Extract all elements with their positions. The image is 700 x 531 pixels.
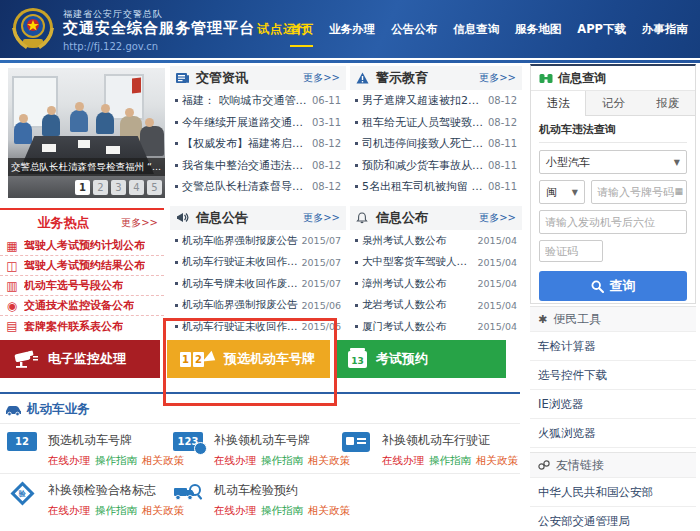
bullet <box>175 261 178 264</box>
online-handle-link[interactable]: 在线办理 <box>214 504 256 518</box>
related-policy-link[interactable]: 相关政策 <box>308 504 350 518</box>
online-handle-link[interactable]: 在线办理 <box>214 454 256 468</box>
nav-service-map[interactable]: 服务地图 <box>507 18 569 41</box>
tab-violation[interactable]: 违法 <box>531 91 586 116</box>
page: 福建省公安厅交警总队 交通安全综合服务管理平台试点运行 http://fj.12… <box>0 0 700 531</box>
tool-inspection-calculator[interactable]: 车检计算器 <box>530 332 696 361</box>
news-item[interactable]: 机动车临界强制报废公告2015/06 <box>170 295 346 317</box>
news-item[interactable]: 龙岩考试人数公布2015/04 <box>350 295 522 317</box>
service-title[interactable]: 补换领检验合格标志 <box>48 482 184 499</box>
service-inspection-mark: 验 补换领检验合格标志 在线办理 操作指南 相关政策 <box>4 482 184 518</box>
service-title[interactable]: 补换领机动车行驶证 <box>382 432 518 449</box>
news-item[interactable]: 男子遮牌又超速被扣24分 目...08-12 <box>350 90 522 112</box>
engine-number-input[interactable] <box>539 210 687 234</box>
news-item[interactable]: 泉州考试人数公布2015/04 <box>350 230 522 252</box>
operation-guide-link[interactable]: 操作指南 <box>95 454 137 468</box>
news-item[interactable]: 今年继续开展道路交通安全...03-11 <box>170 112 346 134</box>
link-ministry-public-security[interactable]: 中华人民共和国公安部 <box>530 478 696 507</box>
news-item[interactable]: 大中型客货车驾驶人满分公布2015/04 <box>350 252 522 274</box>
bullet <box>355 164 358 167</box>
online-handle-link[interactable]: 在线办理 <box>382 454 424 468</box>
electronic-monitoring-banner[interactable]: 电子监控处理 <box>0 340 160 378</box>
query-submit-button[interactable]: 查询 <box>539 271 687 301</box>
divider <box>0 423 520 424</box>
online-handle-link[interactable]: 在线办理 <box>48 454 90 468</box>
carousel-caption[interactable]: 交警总队长杜清森督导检查福州 “... <box>8 158 165 176</box>
tool-firefox-browser[interactable]: 火狐浏览器 <box>530 419 696 448</box>
related-policy-link[interactable]: 相关政策 <box>476 454 518 468</box>
query-panel-title: 信息查询 <box>558 70 606 87</box>
info-announcement-more-link[interactable]: 更多>> <box>303 211 340 225</box>
tab-points[interactable]: 记分 <box>586 91 640 115</box>
news-carousel[interactable]: 交警总队长杜清森督导检查福州 “... 1 2 3 4 5 <box>8 68 165 198</box>
hotspot-exam-result[interactable]: ◫ 驾驶人考试预约结果公布 <box>0 256 164 276</box>
tool-ie-browser[interactable]: IE浏览器 <box>530 390 696 419</box>
traffic-news-more-link[interactable]: 更多>> <box>303 71 340 85</box>
preselect-plate-banner[interactable]: 1 2 预选机动车号牌 <box>167 340 330 378</box>
news-item[interactable]: 预防和减少货车事故从关注...08-11 <box>350 155 522 177</box>
bullet <box>355 142 358 145</box>
news-item[interactable]: 租车给无证人员驾驶致车祸 ...08-12 <box>350 112 522 134</box>
exam-reservation-banner[interactable]: 13 考试预约 <box>335 340 506 378</box>
warning-education-more-link[interactable]: 更多>> <box>479 71 516 85</box>
bullet <box>355 99 358 102</box>
link-traffic-management-bureau[interactable]: 公安部交通管理局 <box>530 507 696 531</box>
tab-scrap[interactable]: 报废 <box>641 91 695 115</box>
news-item[interactable]: 司机违停间接致人死亡 害怕...08-11 <box>350 133 522 155</box>
friend-links-header: 友情链接 <box>530 452 696 478</box>
tool-plate-control-download[interactable]: 选号控件下载 <box>530 361 696 390</box>
news-item[interactable]: 我省集中整治交通违法统一...08-12 <box>170 155 346 177</box>
hotspots-more-link[interactable]: 更多>> <box>121 216 158 230</box>
nav-announcements[interactable]: 公告公布 <box>383 18 445 41</box>
online-handle-link[interactable]: 在线办理 <box>48 504 90 518</box>
operation-guide-link[interactable]: 操作指南 <box>261 454 303 468</box>
pager-dot-3[interactable]: 3 <box>111 180 126 195</box>
news-item[interactable]: 漳州考试人数公布2015/04 <box>350 273 522 295</box>
nav-app-download[interactable]: APP下载 <box>569 18 634 41</box>
news-item[interactable]: 机动车行驶证未收回作废公告2015/06 <box>170 316 346 338</box>
service-title[interactable]: 预选机动车号牌 <box>48 432 184 449</box>
nav-guide[interactable]: 办事指南 <box>634 18 696 41</box>
plate-number-input[interactable] <box>591 180 687 204</box>
news-item[interactable]: 机动车行驶证未收回作废公告2015/07 <box>170 252 346 274</box>
news-item[interactable]: 厦门考试人数公布2015/04 <box>350 316 522 338</box>
megaphone-icon <box>176 212 192 224</box>
news-item[interactable]: 机动车号牌未收回作废公告2015/07 <box>170 273 346 295</box>
service-title[interactable]: 补换领机动车号牌 <box>214 432 350 449</box>
operation-guide-link[interactable]: 操作指南 <box>261 504 303 518</box>
vehicle-type-select[interactable]: 小型汽车 ▼ <box>539 150 687 174</box>
info-publication-title: 信息公布 <box>376 209 479 227</box>
pager-dot-1[interactable]: 1 <box>75 180 90 195</box>
news-item[interactable]: 交警总队长杜清森督导检查...08-12 <box>170 176 346 198</box>
photo-person <box>96 112 114 134</box>
nav-home[interactable]: 首页 <box>282 18 321 41</box>
hotspot-plate-numbers[interactable]: ▥ 机动车选号号段公布 <box>0 276 164 296</box>
site-header: 福建省公安厅交警总队 交通安全综合服务管理平台试点运行 http://fj.12… <box>0 0 700 58</box>
warning-education-title: 警示教育 <box>376 69 479 87</box>
hotspot-exam-plan[interactable]: ▦ 驾驶人考试预约计划公布 <box>0 236 164 256</box>
captcha-input[interactable] <box>539 240 603 262</box>
operation-guide-link[interactable]: 操作指南 <box>95 504 137 518</box>
news-item[interactable]: 福建： 吹响城市交通管理 “...06-11 <box>170 90 346 112</box>
vehicle-services-title: 机动车业务 <box>27 401 90 418</box>
nav-business[interactable]: 业务办理 <box>321 18 383 41</box>
news-item[interactable]: 机动车临界强制报废公告2015/07 <box>170 230 346 252</box>
news-item[interactable]: 5名出租车司机被拘留 涉带...08-11 <box>350 176 522 198</box>
service-replace-registration: 补换领机动车行驶证 在线办理 操作指南 相关政策 <box>338 432 518 468</box>
service-title[interactable]: 机动车检验预约 <box>214 482 350 499</box>
nav-info-query[interactable]: 信息查询 <box>445 18 507 41</box>
hotspot-fake-plate-contacts[interactable]: ▤ 套牌案件联系表公布 <box>0 316 164 336</box>
pager-dot-5[interactable]: 5 <box>147 180 162 195</box>
province-select[interactable]: 闽 ▼ <box>539 180 585 204</box>
pager-dot-2[interactable]: 2 <box>93 180 108 195</box>
hotspot-monitoring-devices[interactable]: ◉ 交通技术监控设备公布 <box>0 296 164 316</box>
banner-label: 考试预约 <box>376 350 428 368</box>
pager-dot-4[interactable]: 4 <box>129 180 144 195</box>
news-item[interactable]: 【权威发布】福建将启动最...08-12 <box>170 133 346 155</box>
chevron-down-icon: ▼ <box>572 188 578 197</box>
calendar-icon: 13 <box>348 351 367 368</box>
asterisk-icon: ✱ <box>538 313 547 326</box>
police-badge-logo <box>10 6 56 52</box>
operation-guide-link[interactable]: 操作指南 <box>429 454 471 468</box>
info-publication-more-link[interactable]: 更多>> <box>479 211 516 225</box>
